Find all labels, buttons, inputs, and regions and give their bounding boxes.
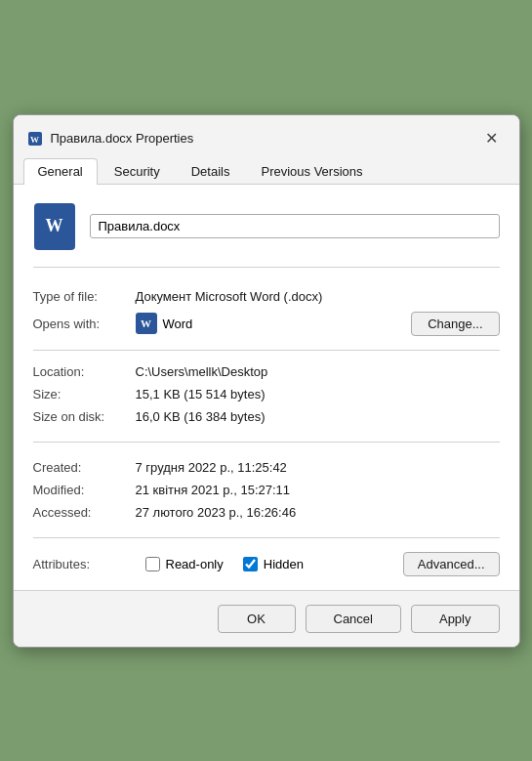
tab-security[interactable]: Security [100,158,175,184]
size-on-disk-label: Size on disk: [33,409,136,424]
readonly-checkbox[interactable] [145,557,160,571]
footer: OK Cancel Apply [14,590,519,647]
created-row: Created: 7 грудня 2022 р., 11:25:42 [33,456,500,479]
title-bar-left: W Правила.docx Properties [27,131,194,147]
readonly-label: Read-only [166,557,224,571]
close-button[interactable]: ✕ [478,125,506,152]
cancel-button[interactable]: Cancel [306,605,401,633]
word-app-icon: W [136,313,157,334]
opens-with-label: Opens with: [33,317,136,331]
app-name: Word [163,317,193,331]
file-icon-wrap: W [33,202,76,251]
accessed-value: 27 лютого 2023 р., 16:26:46 [136,505,500,520]
file-info-section: Type of file: Документ Microsoft Word (.… [33,285,500,443]
properties-dialog: W Правила.docx Properties ✕ General Secu… [13,114,520,648]
type-label: Type of file: [33,289,136,304]
tab-details[interactable]: Details [177,158,245,184]
change-button[interactable]: Change... [411,312,499,336]
readonly-checkbox-wrap[interactable]: Read-only [145,557,224,571]
created-value: 7 грудня 2022 р., 11:25:42 [136,460,500,475]
location-label: Location: [33,364,136,379]
ok-button[interactable]: OK [218,605,296,633]
type-row: Type of file: Документ Microsoft Word (.… [33,285,500,308]
accessed-label: Accessed: [33,505,136,520]
tab-previous-versions[interactable]: Previous Versions [246,158,377,184]
opens-with-app: W Word [136,313,412,334]
dialog-title: Правила.docx Properties [51,131,194,146]
word-file-icon: W [34,203,75,250]
size-value: 15,1 KB (15 514 bytes) [136,387,500,402]
title-bar: W Правила.docx Properties ✕ [14,115,519,152]
attributes-label: Attributes: [33,557,136,571]
filename-input[interactable] [90,214,500,238]
svg-text:W: W [30,135,39,145]
filename-row: W [33,202,500,268]
size-on-disk-value: 16,0 KB (16 384 bytes) [136,409,500,424]
type-value: Документ Microsoft Word (.docx) [136,289,500,304]
advanced-button[interactable]: Advanced... [403,552,500,576]
size-label: Size: [33,387,136,402]
opens-with-row: Opens with: W Word Change... [33,308,500,340]
created-label: Created: [33,460,136,475]
tab-bar: General Security Details Previous Versio… [14,152,519,185]
hidden-label: Hidden [264,557,304,571]
dates-section: Created: 7 грудня 2022 р., 11:25:42 Modi… [33,456,500,538]
hidden-checkbox-wrap[interactable]: Hidden [243,557,304,571]
dialog-icon: W [27,131,43,147]
location-value: C:\Users\mellk\Desktop [136,364,500,379]
attributes-section: Attributes: Read-only Hidden Advanced... [33,552,500,576]
accessed-row: Accessed: 27 лютого 2023 р., 16:26:46 [33,501,500,524]
hidden-checkbox[interactable] [243,557,258,571]
modified-label: Modified: [33,483,136,497]
attr-controls: Read-only Hidden Advanced... [145,552,500,576]
modified-row: Modified: 21 квітня 2021 р., 15:27:11 [33,479,500,501]
apply-button[interactable]: Apply [411,605,500,633]
tab-content: W Type of file: Документ Microsoft Word … [14,185,519,590]
size-on-disk-row: Size on disk: 16,0 KB (16 384 bytes) [33,405,500,428]
tab-general[interactable]: General [23,158,98,185]
location-row: Location: C:\Users\mellk\Desktop [33,360,500,383]
modified-value: 21 квітня 2021 р., 15:27:11 [136,483,500,497]
size-row: Size: 15,1 KB (15 514 bytes) [33,383,500,405]
